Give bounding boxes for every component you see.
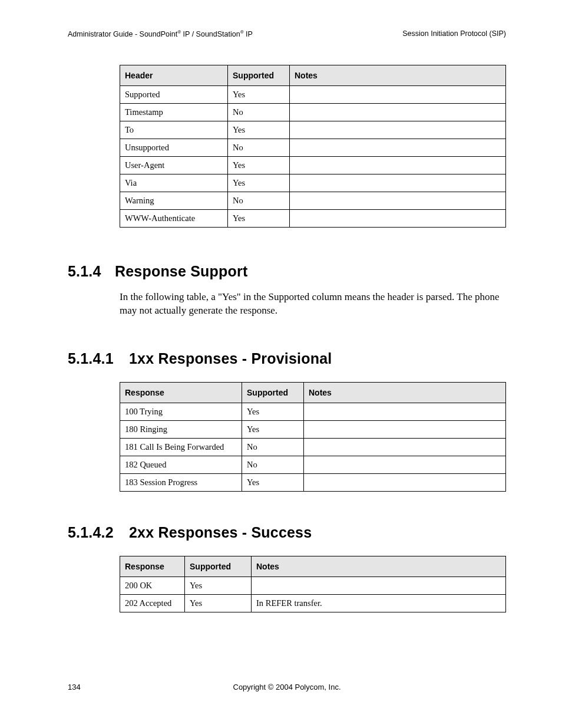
table-row: ToYes (120, 121, 506, 139)
cell: No (228, 192, 290, 210)
cell: Warning (120, 192, 228, 210)
header-left-text-2: IP / SoundStation (181, 30, 240, 38)
col-header: Notes (252, 556, 506, 577)
cell (290, 121, 506, 139)
cell: 200 OK (120, 577, 185, 595)
col-header: Supported (242, 383, 304, 403)
table-row: UnsupportedNo (120, 139, 506, 157)
cell: Yes (228, 86, 290, 104)
col-header: Response (120, 383, 242, 403)
table-row: 100 TryingYes (120, 403, 506, 421)
cell (304, 421, 506, 439)
cell (290, 139, 506, 157)
cell: 181 Call Is Being Forwarded (120, 439, 242, 456)
cell (304, 456, 506, 474)
table-header-row: Response Supported Notes (120, 383, 506, 403)
cell (290, 86, 506, 104)
cell (290, 157, 506, 174)
cell (290, 192, 506, 210)
section-number: 5.1.4.1 (68, 350, 129, 367)
responses-1xx-table: Response Supported Notes 100 TryingYes 1… (120, 382, 506, 492)
table-row: 181 Call Is Being ForwardedNo (120, 439, 506, 456)
table-row: 200 OKYes (120, 577, 506, 595)
cell (290, 104, 506, 121)
table-row: WWW-AuthenticateYes (120, 210, 506, 228)
cell: To (120, 121, 228, 139)
cell: Yes (242, 403, 304, 421)
section-title: 2xx Responses - Success (129, 524, 312, 541)
cell: Yes (185, 595, 252, 612)
header-left-text-1: Administrator Guide - SoundPoint (68, 30, 177, 38)
section-body-text: In the following table, a "Yes" in the S… (120, 291, 506, 318)
cell: No (228, 139, 290, 157)
table-row: WarningNo (120, 192, 506, 210)
cell: WWW-Authenticate (120, 210, 228, 228)
cell: Yes (185, 577, 252, 595)
table-row: 182 QueuedNo (120, 456, 506, 474)
cell (290, 210, 506, 228)
cell: Timestamp (120, 104, 228, 121)
col-header: Notes (304, 383, 506, 403)
cell: No (242, 456, 304, 474)
table-row: User-AgentYes (120, 157, 506, 174)
table-row: SupportedYes (120, 86, 506, 104)
cell (304, 439, 506, 456)
cell: Yes (242, 474, 304, 492)
cell: Yes (228, 157, 290, 174)
cell: Yes (228, 121, 290, 139)
responses-2xx-table: Response Supported Notes 200 OKYes 202 A… (120, 556, 506, 612)
cell: User-Agent (120, 157, 228, 174)
cell: Via (120, 174, 228, 192)
table-row: TimestampNo (120, 104, 506, 121)
table-row: 183 Session ProgressYes (120, 474, 506, 492)
table-row: 180 RingingYes (120, 421, 506, 439)
cell: 182 Queued (120, 456, 242, 474)
cell: Yes (228, 210, 290, 228)
col-header: Notes (290, 65, 506, 86)
col-header: Header (120, 65, 228, 86)
table-row: ViaYes (120, 174, 506, 192)
cell: 202 Accepted (120, 595, 185, 612)
cell: Yes (242, 421, 304, 439)
col-header: Response (120, 556, 185, 577)
section-heading-5142: 5.1.4.22xx Responses - Success (68, 524, 506, 541)
cell: Unsupported (120, 139, 228, 157)
cell: Yes (228, 174, 290, 192)
header-right: Session Initiation Protocol (SIP) (402, 29, 506, 38)
cell (290, 174, 506, 192)
table-header-row: Response Supported Notes (120, 556, 506, 577)
cell: No (228, 104, 290, 121)
cell: 183 Session Progress (120, 474, 242, 492)
table-row: 202 AcceptedYesIn REFER transfer. (120, 595, 506, 612)
section-heading-5141: 5.1.4.11xx Responses - Provisional (68, 350, 506, 367)
running-header: Administrator Guide - SoundPoint® IP / S… (68, 29, 506, 38)
section-title: 1xx Responses - Provisional (129, 350, 332, 367)
header-left: Administrator Guide - SoundPoint® IP / S… (68, 29, 253, 38)
cell: 100 Trying (120, 403, 242, 421)
header-support-table: Header Supported Notes SupportedYes Time… (120, 65, 506, 228)
table-header-row: Header Supported Notes (120, 65, 506, 86)
page-footer: 134 Copyright © 2004 Polycom, Inc. (68, 683, 506, 691)
cell: In REFER transfer. (252, 595, 506, 612)
section-number: 5.1.4 (68, 263, 115, 280)
cell (252, 577, 506, 595)
copyright-text: Copyright © 2004 Polycom, Inc. (68, 683, 506, 691)
col-header: Supported (185, 556, 252, 577)
section-number: 5.1.4.2 (68, 524, 129, 541)
cell: Supported (120, 86, 228, 104)
section-title: Response Support (115, 263, 247, 279)
cell (304, 403, 506, 421)
section-heading-514: 5.1.4Response Support (68, 263, 506, 280)
cell (304, 474, 506, 492)
col-header: Supported (228, 65, 290, 86)
cell: No (242, 439, 304, 456)
header-left-text-3: IP (244, 30, 253, 38)
cell: 180 Ringing (120, 421, 242, 439)
